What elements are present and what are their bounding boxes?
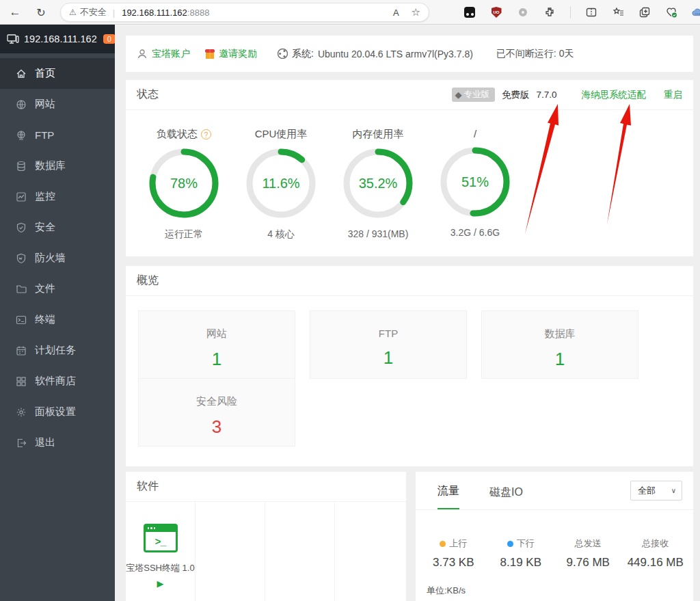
toolbar-divider (570, 6, 571, 18)
sidebar-item-monitor[interactable]: 监控 (0, 181, 115, 212)
traffic-unit-label: 单位:KB/s (427, 585, 466, 597)
sidebar-item-label: 面板设置 (35, 405, 76, 418)
gauge-root-disk: / 51% 3.2G / 6.6G (427, 128, 524, 241)
invite-reward-link[interactable]: 邀请奖励 (205, 48, 257, 60)
gauges-row: 负载状态? 78% 运行正常 CPU使用率 11.6% 4 核心 内存使用率 3… (126, 110, 693, 241)
upstream-dot (440, 541, 446, 547)
sidebar-item-label: FTP (35, 129, 54, 141)
waf-shield-icon (15, 252, 27, 264)
sidebar-item-label: 安全 (35, 221, 55, 234)
ubuntu-icon (278, 49, 288, 59)
software-section: 软件 >_ 宝塔SSH终端 1.0 ▶ (126, 472, 406, 601)
address-divider: | (113, 8, 115, 18)
sidebar-server-header[interactable]: 192.168.111.162 0 (0, 25, 115, 53)
message-count-badge[interactable]: 0 (103, 34, 116, 44)
software-empty-cell (265, 502, 335, 601)
sidebar-item-files[interactable]: 文件 (0, 273, 115, 304)
overview-card-database[interactable]: 数据库 1 (481, 310, 638, 379)
edition-label: 免费版 (502, 89, 530, 101)
downstream-dot (507, 541, 513, 547)
url-port: :8888 (187, 8, 210, 18)
calendar-icon (15, 345, 27, 356)
software-run-icon[interactable]: ▶ (157, 578, 164, 589)
sidebar-item-database[interactable]: 数据库 (0, 150, 115, 181)
sidebar-item-label: 监控 (35, 190, 55, 203)
overview-card-security-risk[interactable]: 安全风险 3 (138, 378, 295, 446)
read-aloud-icon[interactable]: A (393, 8, 399, 18)
diamond-icon: ◆ (455, 90, 461, 100)
extensions-puzzle-icon[interactable] (543, 6, 556, 18)
stat-downstream: 下行 8.19 KB (487, 537, 555, 570)
ftp-globe-icon (15, 129, 27, 141)
url-host[interactable]: 192.168.111.162 (122, 8, 187, 18)
software-item-ssh-terminal[interactable]: >_ 宝塔SSH终端 1.0 ▶ (126, 502, 196, 601)
system-info: 系统: Ubuntu 20.04.6 LTS armv7l(Py3.7.8) (278, 48, 473, 60)
main-content: 宝塔账户 邀请奖励 系统: Ubuntu 20.04.6 LTS armv7l(… (115, 25, 700, 601)
sidebar-item-label: 文件 (35, 282, 55, 295)
status-section: 状态 ◆ 专业版 免费版 7.7.0 海纳思系统适配 重启 负载状态? 78% … (126, 80, 693, 256)
address-bar[interactable]: ⚠ 不安全 | 192.168.111.162:8888 A ☆ (60, 3, 429, 22)
bt-account-link[interactable]: 宝塔账户 (137, 48, 190, 60)
dark-reader-extension-icon[interactable] (463, 6, 476, 18)
favorites-hub-icon[interactable] (612, 6, 624, 18)
sidebar-item-terminal[interactable]: 终端 (0, 304, 115, 335)
refresh-icon[interactable]: ↻ (31, 3, 51, 22)
sidebar-item-appstore[interactable]: 软件商店 (0, 366, 115, 397)
sidebar-item-label: 计划任务 (35, 344, 76, 357)
sidebar-item-firewall[interactable]: 防火墙 (0, 243, 115, 273)
traffic-section: 流量 磁盘IO 全部 ∨ 上行 3.73 KB 下行 8.19 KB 总发送 9… (416, 472, 693, 601)
stat-total-received: 总接收 449.16 MB (622, 537, 690, 570)
sidebar-item-logout[interactable]: 退出 (0, 427, 115, 458)
sidebar-item-label: 数据库 (35, 159, 66, 172)
app-grid-icon (15, 375, 27, 387)
home-icon (15, 68, 27, 79)
sidebar-item-label: 软件商店 (35, 375, 76, 388)
add-tab-group-icon[interactable] (638, 6, 651, 18)
folder-icon (15, 283, 27, 295)
back-icon[interactable]: ← (5, 3, 25, 22)
database-icon (15, 160, 27, 172)
stat-total-sent: 总发送 9.76 MB (554, 537, 622, 570)
overview-card-ftp[interactable]: FTP 1 (310, 310, 467, 379)
sidebar-item-cron[interactable]: 计划任务 (0, 335, 115, 366)
sidebar-item-ftp[interactable]: FTP (0, 120, 115, 150)
gauge-memory: 内存使用率 35.2% 328 / 931(MB) (329, 128, 427, 241)
help-icon[interactable]: ? (201, 129, 211, 139)
browser-toolbar: ← ↻ ⚠ 不安全 | 192.168.111.162:8888 A ☆ UO (0, 0, 700, 25)
person-icon (137, 49, 148, 59)
cloud-extension-icon[interactable] (692, 6, 700, 18)
version-number: 7.7.0 (536, 90, 556, 100)
not-secure-label[interactable]: 不安全 (80, 6, 107, 18)
favorite-star-icon[interactable]: ☆ (412, 6, 420, 18)
gauge-cpu: CPU使用率 11.6% 4 核心 (232, 128, 329, 241)
sidebar-item-security[interactable]: 安全 (0, 212, 115, 243)
extension-ring-icon[interactable] (517, 6, 529, 18)
gift-icon (205, 49, 215, 59)
globe-icon (15, 98, 27, 110)
sidebar-item-label: 网站 (35, 98, 55, 111)
pro-version-badge[interactable]: ◆ 专业版 (452, 88, 495, 102)
uptime-text: 已不间断运行: 0天 (496, 48, 574, 60)
software-empty-cell (196, 502, 265, 601)
split-screen-icon[interactable] (585, 6, 597, 18)
sidebar-item-settings[interactable]: 面板设置 (0, 397, 115, 427)
hinas-adapt-link[interactable]: 海纳思系统适配 (582, 89, 647, 101)
account-bar: 宝塔账户 邀请奖励 系统: Ubuntu 20.04.6 LTS armv7l(… (126, 36, 693, 72)
not-secure-icon: ⚠ (69, 8, 77, 17)
sidebar-item-label: 终端 (35, 313, 55, 326)
sidebar-item-label: 防火墙 (35, 252, 66, 265)
sidebar-item-label: 首页 (35, 67, 55, 80)
interface-filter-select[interactable]: 全部 ∨ (630, 481, 682, 500)
server-monitor-icon (7, 34, 19, 44)
restart-link[interactable]: 重启 (664, 89, 682, 101)
tab-disk-io[interactable]: 磁盘IO (489, 485, 523, 509)
overview-card-website[interactable]: 网站 1 (138, 310, 295, 379)
ublock-extension-icon[interactable]: UO (490, 6, 502, 18)
tab-traffic[interactable]: 流量 (438, 484, 459, 509)
browser-essentials-icon[interactable] (665, 6, 677, 18)
chevron-down-icon: ∨ (671, 487, 676, 494)
sidebar-item-home[interactable]: 首页 (0, 58, 115, 89)
ssh-terminal-icon: >_ (144, 524, 178, 552)
overview-section: 概览 网站 1 FTP 1 数据库 1 安全风险 3 (126, 266, 693, 466)
sidebar-item-website[interactable]: 网站 (0, 89, 115, 120)
